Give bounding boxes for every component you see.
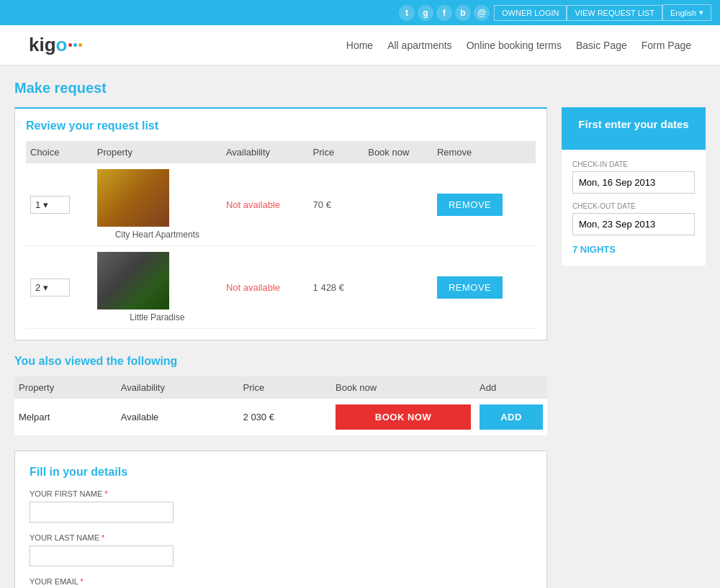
col-choice: Choice	[26, 141, 93, 163]
first-name-input[interactable]	[30, 502, 174, 523]
col-availability: Availability	[222, 141, 309, 163]
fill-details-section: Fill in your details YOUR FIRST NAME * Y…	[14, 451, 547, 588]
language-selector[interactable]: English ▾	[662, 4, 711, 21]
social-icons: t g f b @	[9, 5, 490, 21]
checkin-input[interactable]	[572, 171, 695, 194]
last-name-input[interactable]	[30, 546, 174, 566]
apartment-image-1	[97, 169, 169, 227]
left-panel: Review your request list Choice Property…	[14, 107, 547, 588]
apartment-name-2: Little Paradise	[97, 312, 217, 322]
top-bar-links: OWNER LOGIN VIEW REQUEST LIST English ▾	[494, 4, 711, 21]
col-v-add: Add	[475, 376, 547, 399]
date-panel-body: CHECK-IN DATE CHECK-OUT DATE 7 NIGHTS	[562, 150, 706, 266]
owner-login-button[interactable]: OWNER LOGIN	[494, 5, 567, 21]
view-request-list-button[interactable]: VIEW REQUEST LIST	[567, 5, 662, 21]
required-star: *	[102, 533, 104, 542]
date-panel-header: First enter your dates	[562, 107, 706, 150]
header: kig o Home All apartments Online booking…	[0, 25, 720, 65]
right-panel: First enter your dates CHECK-IN DATE CHE…	[562, 107, 706, 588]
book-now-button[interactable]: BOOK NOW	[336, 404, 471, 430]
required-star: *	[104, 489, 107, 498]
required-star: *	[81, 577, 84, 586]
col-remove: Remove	[433, 141, 536, 163]
logo: kig o	[29, 34, 82, 56]
remove-button-1[interactable]: REMOVE	[437, 194, 503, 216]
choice-dropdown-1[interactable]: 1 ▾	[30, 196, 70, 214]
col-v-property: Property	[14, 376, 117, 399]
skype-icon[interactable]: b	[455, 5, 471, 21]
availability-1: Not available	[226, 199, 280, 210]
twitter-icon[interactable]: t	[399, 5, 415, 21]
nav-all-apartments[interactable]: All apartments	[387, 40, 451, 51]
also-viewed-title: You also viewed the following	[14, 355, 547, 368]
col-price: Price	[309, 141, 364, 163]
email-icon[interactable]: @	[474, 5, 490, 21]
table-row: 1 ▾ City Heart Apartments Not available …	[26, 163, 536, 246]
col-v-price: Price	[239, 376, 331, 399]
main-nav: Home All apartments Online booking terms…	[346, 40, 691, 51]
col-v-availability: Availability	[117, 376, 239, 399]
price-2: 1 428 €	[313, 282, 344, 293]
review-title: Review your request list	[26, 119, 536, 132]
choice-dropdown-2[interactable]: 2 ▾	[30, 279, 70, 297]
table-row: Melpart Available 2 030 € BOOK NOW ADD	[14, 399, 547, 436]
date-panel-title: First enter your dates	[572, 118, 695, 130]
add-button[interactable]: ADD	[480, 404, 543, 430]
request-table: Choice Property Availability Price Book …	[26, 141, 536, 329]
review-section: Review your request list Choice Property…	[14, 107, 547, 340]
viewed-property-name: Melpart	[14, 399, 117, 436]
nav-basic-page[interactable]: Basic Page	[576, 40, 627, 51]
nav-booking-terms[interactable]: Online booking terms	[467, 40, 562, 51]
col-booknow: Book now	[364, 141, 433, 163]
col-property: Property	[93, 141, 222, 163]
remove-button-2[interactable]: REMOVE	[437, 276, 503, 299]
nights-text: 7 NIGHTS	[572, 244, 695, 255]
apartment-image-2	[97, 252, 169, 309]
page-content: Make request Review your request list Ch…	[0, 65, 720, 588]
facebook-icon[interactable]: f	[436, 5, 452, 21]
top-bar: t g f b @ OWNER LOGIN VIEW REQUEST LIST …	[0, 0, 720, 25]
last-name-label: YOUR LAST NAME *	[30, 533, 532, 542]
email-label: YOUR EMAIL *	[30, 577, 532, 586]
checkout-input[interactable]	[572, 213, 695, 235]
google-plus-icon[interactable]: g	[418, 5, 433, 21]
viewed-table: Property Availability Price Book now Add…	[14, 376, 547, 436]
page-title: Make request	[14, 80, 706, 96]
price-1: 70 €	[313, 199, 331, 210]
nav-home[interactable]: Home	[346, 40, 373, 51]
fill-details-title: Fill in your details	[30, 466, 532, 479]
viewed-availability: Available	[117, 399, 239, 436]
nav-form-page[interactable]: Form Page	[642, 40, 691, 51]
first-name-label: YOUR FIRST NAME *	[30, 489, 532, 498]
main-layout: Review your request list Choice Property…	[14, 107, 706, 588]
table-row: 2 ▾ Little Paradise Not available 1 428 …	[26, 246, 536, 329]
chevron-down-icon: ▾	[699, 8, 703, 17]
checkin-label: CHECK-IN DATE	[572, 160, 695, 168]
logo-dots	[68, 43, 82, 47]
availability-2: Not available	[226, 282, 280, 293]
viewed-price: 2 030 €	[239, 399, 331, 436]
checkout-label: CHECK-OUT DATE	[572, 202, 695, 210]
chevron-down-icon: ▾	[43, 199, 48, 210]
col-v-booknow: Book now	[331, 376, 475, 399]
also-viewed-section: You also viewed the following Property A…	[14, 355, 547, 436]
chevron-down-icon: ▾	[43, 282, 48, 293]
apartment-name-1: City Heart Apartments	[97, 230, 217, 240]
